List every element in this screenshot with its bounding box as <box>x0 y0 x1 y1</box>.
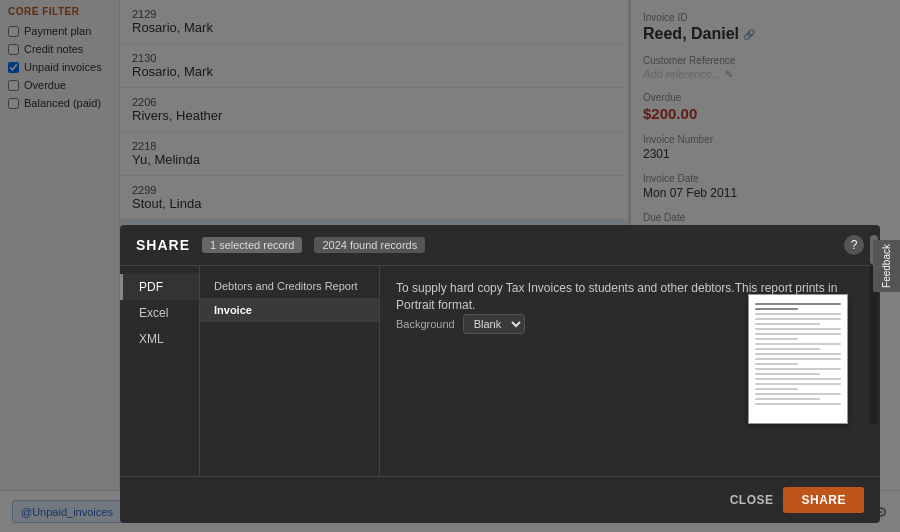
preview-line <box>755 323 820 325</box>
preview-line <box>755 388 798 390</box>
help-icon[interactable]: ? <box>844 235 864 255</box>
format-xml[interactable]: XML <box>120 326 199 352</box>
modal-footer: CLOSE SHARE <box>120 476 880 523</box>
preview-thumbnail <box>748 294 848 424</box>
background-select[interactable]: Blank <box>463 314 525 334</box>
found-records-badge: 2024 found records <box>314 237 425 253</box>
preview-line <box>755 348 820 350</box>
preview-line <box>755 338 798 340</box>
modal-body: PDF Excel XML Debtors and Creditors Repo… <box>120 266 880 476</box>
format-column: PDF Excel XML <box>120 266 200 476</box>
modal-title: SHARE <box>136 237 190 253</box>
close-button[interactable]: CLOSE <box>730 493 774 507</box>
preview-line <box>755 358 841 360</box>
preview-line <box>755 403 841 405</box>
format-pdf[interactable]: PDF <box>120 274 199 300</box>
preview-line <box>755 343 841 345</box>
preview-line <box>755 383 841 385</box>
preview-line <box>755 368 841 370</box>
preview-line <box>755 333 841 335</box>
preview-line <box>755 398 820 400</box>
preview-line <box>755 303 841 305</box>
modal-header: SHARE 1 selected record 2024 found recor… <box>120 225 880 266</box>
preview-line <box>755 393 841 395</box>
background-label: Background <box>396 318 455 330</box>
preview-line <box>755 373 820 375</box>
report-debtors-creditors[interactable]: Debtors and Creditors Report <box>200 274 379 298</box>
share-modal: SHARE 1 selected record 2024 found recor… <box>120 225 880 523</box>
preview-lines <box>749 295 847 413</box>
share-button[interactable]: SHARE <box>783 487 864 513</box>
reports-column: Debtors and Creditors Report Invoice <box>200 266 380 476</box>
selected-record-badge: 1 selected record <box>202 237 302 253</box>
preview-line <box>755 313 841 315</box>
preview-line <box>755 353 841 355</box>
format-excel[interactable]: Excel <box>120 300 199 326</box>
preview-line <box>755 308 798 310</box>
preview-line <box>755 378 841 380</box>
preview-line <box>755 363 798 365</box>
preview-line <box>755 328 841 330</box>
desc-column: To supply hard copy Tax Invoices to stud… <box>380 266 880 476</box>
desc-relative: To supply hard copy Tax Invoices to stud… <box>396 280 864 462</box>
report-invoice[interactable]: Invoice <box>200 298 379 322</box>
preview-line <box>755 318 841 320</box>
feedback-tab[interactable]: Feedback <box>873 240 900 292</box>
